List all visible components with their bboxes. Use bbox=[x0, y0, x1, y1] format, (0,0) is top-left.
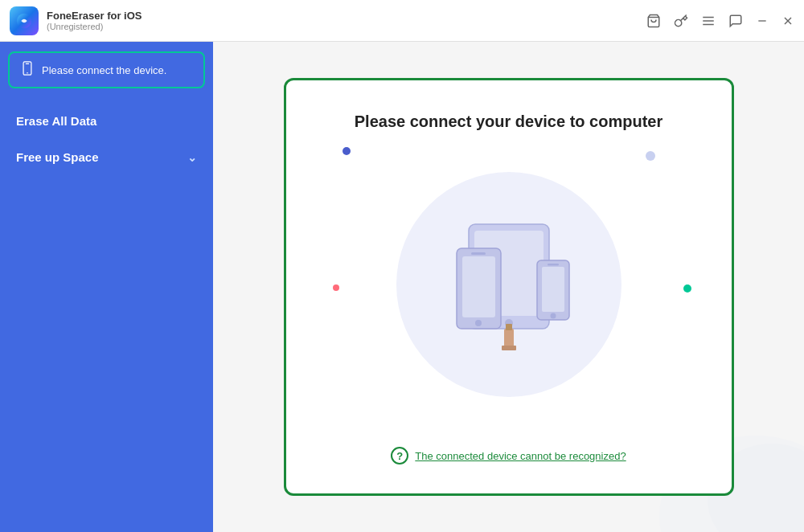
dot-blue-tl bbox=[343, 147, 351, 155]
svg-rect-25 bbox=[502, 346, 516, 350]
app-logo bbox=[10, 6, 39, 35]
sidebar: Please connect the device. Erase All Dat… bbox=[0, 42, 213, 532]
close-button[interactable] bbox=[781, 14, 794, 27]
key-icon[interactable] bbox=[674, 14, 688, 28]
dot-green-mr bbox=[683, 284, 691, 293]
main-layout: Please connect the device. Erase All Dat… bbox=[0, 42, 804, 532]
card-illustration bbox=[318, 131, 699, 437]
app-title-group: FoneEraser for iOS (Unregistered) bbox=[47, 10, 142, 31]
dot-red-ml bbox=[333, 284, 339, 291]
cart-icon[interactable] bbox=[646, 14, 661, 28]
svg-point-10 bbox=[27, 72, 28, 74]
erase-all-data-label: Erase All Data bbox=[16, 114, 96, 128]
chevron-down-icon: ⌄ bbox=[187, 151, 197, 164]
free-up-space-label: Free up Space bbox=[16, 150, 99, 164]
sidebar-item-erase-all-data[interactable]: Erase All Data bbox=[8, 104, 205, 137]
main-card: Please connect your device to computer bbox=[284, 78, 734, 496]
connect-device-label: Please connect the device. bbox=[42, 64, 166, 76]
app-name: FoneEraser for iOS bbox=[47, 10, 142, 22]
content-area: Please connect your device to computer bbox=[213, 42, 804, 532]
chat-icon[interactable] bbox=[728, 14, 743, 28]
svg-rect-21 bbox=[542, 267, 564, 312]
svg-point-23 bbox=[550, 313, 556, 318]
svg-rect-22 bbox=[548, 264, 559, 266]
phone-icon bbox=[21, 61, 34, 79]
card-bottom-link-area: ? The connected device cannot be recogni… bbox=[391, 447, 626, 464]
title-bar: FoneEraser for iOS (Unregistered) bbox=[0, 0, 804, 42]
minimize-button[interactable] bbox=[756, 14, 769, 27]
hamburger-icon[interactable] bbox=[701, 14, 716, 28]
window-controls bbox=[646, 14, 794, 28]
svg-rect-17 bbox=[462, 256, 495, 317]
svg-rect-18 bbox=[471, 252, 486, 255]
connect-device-button[interactable]: Please connect the device. bbox=[8, 51, 205, 88]
dot-light-tr bbox=[646, 151, 655, 161]
app-subtitle: (Unregistered) bbox=[47, 22, 142, 31]
svg-rect-24 bbox=[504, 329, 514, 348]
sidebar-item-free-up-space[interactable]: Free up Space ⌄ bbox=[8, 141, 205, 174]
help-circle-icon: ? bbox=[391, 447, 408, 464]
card-title: Please connect your device to computer bbox=[355, 113, 662, 131]
help-link[interactable]: The connected device cannot be recognize… bbox=[415, 450, 626, 462]
device-circle bbox=[396, 172, 621, 397]
svg-point-19 bbox=[475, 320, 482, 326]
svg-rect-26 bbox=[506, 324, 512, 330]
